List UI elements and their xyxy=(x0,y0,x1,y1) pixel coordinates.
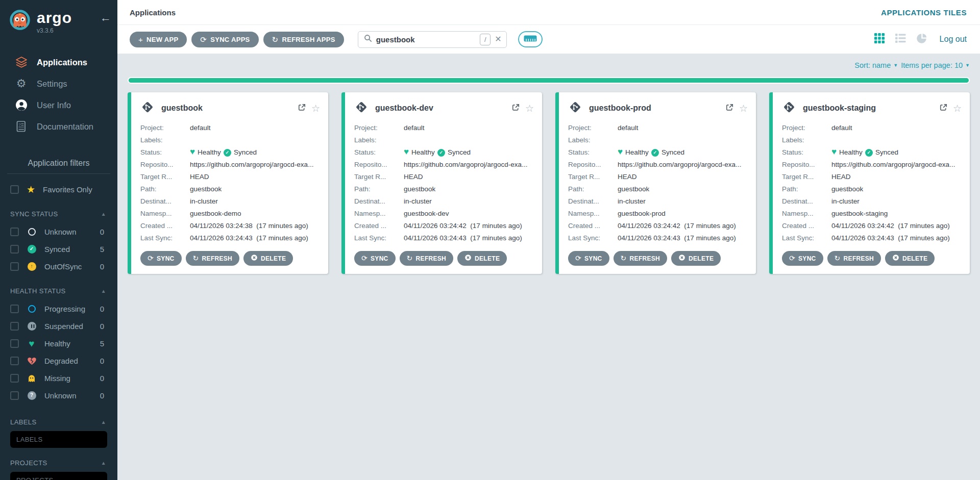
items-per-page-dropdown[interactable]: Items per page: 10 ▼ xyxy=(901,61,970,69)
field-label: Last Sync: xyxy=(568,234,618,242)
sidebar-collapse-icon[interactable]: ← xyxy=(100,12,111,23)
filter-row-unknown[interactable]: Unknown0 xyxy=(0,223,117,240)
refresh-button[interactable]: ↻REFRESH xyxy=(827,251,881,266)
collapse-section-icon[interactable]: ▲ xyxy=(101,288,106,294)
field-row-last_sync: Last Sync:04/11/2026 03:24:43 (17 minute… xyxy=(354,232,534,244)
filter-checkbox[interactable] xyxy=(10,228,19,236)
field-row-labels: Labels: xyxy=(568,134,748,146)
filter-checkbox[interactable] xyxy=(10,245,19,254)
favorite-star-icon[interactable]: ☆ xyxy=(311,104,320,113)
collapse-section-icon[interactable]: ▲ xyxy=(101,211,106,217)
field-value: in-cluster xyxy=(404,197,432,205)
projects-filter-input[interactable] xyxy=(10,472,107,480)
field-label: Project: xyxy=(568,124,618,132)
field-row-project: Project:default xyxy=(568,121,748,134)
sort-label: Sort: name xyxy=(854,61,891,69)
filter-row-synced[interactable]: ✓Synced5 xyxy=(0,240,117,258)
filter-row-unknown[interactable]: ?Unknown0 xyxy=(0,387,117,404)
sidebar-item-settings[interactable]: ⚙ Settings xyxy=(0,73,117,94)
field-value: default xyxy=(190,124,211,132)
app-card-guestbook-dev[interactable]: guestbook-dev☆Project:defaultLabels:Stat… xyxy=(341,92,542,274)
filter-count: 0 xyxy=(100,357,117,365)
filter-toggle-pill[interactable] xyxy=(518,31,543,47)
button-label: DELETE xyxy=(689,255,714,262)
delete-button[interactable]: DELETE xyxy=(243,251,293,266)
sidebar-item-documentation[interactable]: ? Documentation xyxy=(0,116,117,137)
summary-pie-view-icon[interactable] xyxy=(917,33,927,45)
sync-apps-button[interactable]: ⟳ SYNC APPS xyxy=(191,32,258,47)
chevron-down-icon: ▼ xyxy=(893,63,898,68)
toolbar: + NEW APP ⟳ SYNC APPS ↻ REFRESH APPS / ✕ xyxy=(117,25,980,54)
favorite-star-icon[interactable]: ☆ xyxy=(739,104,748,113)
refresh-button[interactable]: ↻REFRESH xyxy=(400,251,453,266)
filter-row-progressing[interactable]: Progressing0 xyxy=(0,300,117,317)
collapse-section-icon[interactable]: ▲ xyxy=(101,460,106,466)
field-label: Target R... xyxy=(354,173,404,181)
open-application-icon[interactable] xyxy=(511,103,520,114)
filter-row-outofsync[interactable]: ↑OutOfSync0 xyxy=(0,258,117,275)
logout-button[interactable]: Log out xyxy=(940,35,967,44)
filter-label: Unknown xyxy=(44,391,77,400)
health-status-text: Healthy xyxy=(198,148,221,156)
field-label: Namesp... xyxy=(568,210,618,217)
open-application-icon[interactable] xyxy=(939,103,948,114)
delete-button[interactable]: DELETE xyxy=(885,251,935,266)
clear-search-icon[interactable]: ✕ xyxy=(495,35,501,43)
refresh-button[interactable]: ↻REFRESH xyxy=(186,251,239,266)
sort-dropdown[interactable]: Sort: name ▼ xyxy=(854,61,898,69)
field-value-status: ♥Healthy✓Synced xyxy=(618,148,684,157)
new-app-button[interactable]: + NEW APP xyxy=(130,32,187,47)
filter-row-suspended[interactable]: Suspended0 xyxy=(0,317,117,335)
search-input[interactable] xyxy=(376,35,476,44)
app-card-guestbook-staging[interactable]: guestbook-staging☆Project:defaultLabels:… xyxy=(769,92,970,274)
favorite-star-icon[interactable]: ☆ xyxy=(525,104,534,113)
open-application-icon[interactable] xyxy=(298,103,306,114)
field-row-created_at: Created ...04/11/2026 03:24:38 (17 minut… xyxy=(140,219,320,232)
open-application-icon[interactable] xyxy=(725,103,734,114)
filter-checkbox[interactable] xyxy=(10,339,19,348)
app-card-guestbook-prod[interactable]: guestbook-prod☆Project:defaultLabels:Sta… xyxy=(555,92,756,274)
list-view-icon[interactable] xyxy=(895,34,906,45)
field-row-path: Path:guestbook xyxy=(568,183,748,195)
delete-button[interactable]: DELETE xyxy=(457,251,507,266)
favorites-checkbox[interactable] xyxy=(10,185,19,194)
sync-button[interactable]: ⟳SYNC xyxy=(140,251,182,266)
application-icon xyxy=(568,100,582,116)
filter-row-missing[interactable]: Missing0 xyxy=(0,369,117,387)
favorites-only-filter[interactable]: ★ Favorites Only xyxy=(0,181,117,198)
refresh-button[interactable]: ↻REFRESH xyxy=(614,251,667,266)
field-row-namespace: Namesp...guestbook-staging xyxy=(782,207,962,219)
filter-checkbox[interactable] xyxy=(10,374,19,383)
field-label: Created ... xyxy=(140,222,190,230)
sidebar-item-user-info[interactable]: User Info xyxy=(0,94,117,116)
field-row-project: Project:default xyxy=(140,121,320,134)
filter-checkbox[interactable] xyxy=(10,262,19,271)
field-value: default xyxy=(831,124,852,132)
filter-checkbox[interactable] xyxy=(10,391,19,400)
field-label: Status: xyxy=(568,148,618,156)
sync-button[interactable]: ⟳SYNC xyxy=(782,251,823,266)
refresh-icon: ↻ xyxy=(272,36,279,43)
refresh-apps-button[interactable]: ↻ REFRESH APPS xyxy=(263,32,344,47)
sync-button[interactable]: ⟳SYNC xyxy=(354,251,396,266)
labels-filter-input[interactable] xyxy=(10,431,107,448)
breadcrumb[interactable]: Applications xyxy=(130,8,176,17)
app-card-guestbook[interactable]: guestbook☆Project:defaultLabels:Status:♥… xyxy=(128,92,328,274)
sidebar-item-applications[interactable]: Applications xyxy=(0,52,117,73)
filter-label: Missing xyxy=(44,374,70,383)
filter-row-healthy[interactable]: ♥Healthy5 xyxy=(0,335,117,352)
filter-row-degraded[interactable]: Degraded0 xyxy=(0,352,117,369)
filter-section-rows: Progressing0Suspended0♥Healthy5Degraded0… xyxy=(0,300,117,404)
favorite-star-icon[interactable]: ☆ xyxy=(953,104,962,113)
field-label: Created ... xyxy=(568,222,618,230)
refresh-icon: ↻ xyxy=(193,255,199,262)
filter-checkbox[interactable] xyxy=(10,305,19,313)
filter-checkbox[interactable] xyxy=(10,322,19,331)
delete-button[interactable]: DELETE xyxy=(671,251,721,266)
tiles-view-icon[interactable] xyxy=(874,33,885,45)
filter-checkbox[interactable] xyxy=(10,357,19,365)
sync-button[interactable]: ⟳SYNC xyxy=(568,251,609,266)
synced-icon: ✓ xyxy=(224,148,231,157)
collapse-section-icon[interactable]: ▲ xyxy=(101,419,106,425)
field-row-namespace: Namesp...guestbook-demo xyxy=(140,207,320,219)
